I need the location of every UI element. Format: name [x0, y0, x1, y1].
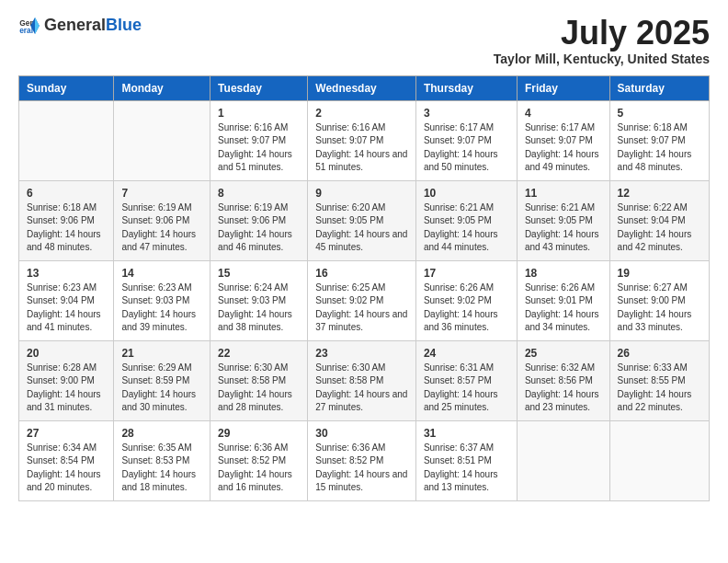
day-number: 3: [424, 107, 509, 120]
day-number: 22: [218, 347, 300, 360]
calendar-cell: 13Sunrise: 6:23 AM Sunset: 9:04 PM Dayli…: [19, 260, 114, 340]
day-number: 5: [618, 107, 701, 120]
calendar-cell: 15Sunrise: 6:24 AM Sunset: 9:03 PM Dayli…: [210, 260, 308, 340]
day-info: Sunrise: 6:28 AM Sunset: 9:00 PM Dayligh…: [27, 362, 106, 415]
day-info: Sunrise: 6:23 AM Sunset: 9:03 PM Dayligh…: [121, 282, 202, 335]
calendar-cell: 5Sunrise: 6:18 AM Sunset: 9:07 PM Daylig…: [609, 100, 709, 180]
calendar-day-header: Monday: [114, 75, 210, 100]
day-number: 11: [525, 187, 602, 200]
day-info: Sunrise: 6:17 AM Sunset: 9:07 PM Dayligh…: [424, 121, 509, 175]
day-info: Sunrise: 6:35 AM Sunset: 8:53 PM Dayligh…: [121, 442, 202, 495]
calendar-cell: 19Sunrise: 6:27 AM Sunset: 9:00 PM Dayli…: [609, 260, 709, 340]
day-info: Sunrise: 6:29 AM Sunset: 8:59 PM Dayligh…: [121, 362, 202, 415]
logo-icon: Gen eral: [18, 15, 40, 37]
day-info: Sunrise: 6:16 AM Sunset: 9:07 PM Dayligh…: [218, 121, 300, 175]
day-number: 31: [424, 427, 509, 440]
day-info: Sunrise: 6:20 AM Sunset: 9:05 PM Dayligh…: [315, 201, 408, 255]
day-info: Sunrise: 6:25 AM Sunset: 9:02 PM Dayligh…: [315, 282, 408, 335]
calendar-cell: 31Sunrise: 6:37 AM Sunset: 8:51 PM Dayli…: [415, 420, 517, 500]
day-info: Sunrise: 6:30 AM Sunset: 8:58 PM Dayligh…: [315, 362, 408, 415]
day-number: 13: [27, 267, 106, 280]
day-number: 1: [218, 107, 300, 120]
calendar-cell: 28Sunrise: 6:35 AM Sunset: 8:53 PM Dayli…: [114, 420, 210, 500]
day-info: Sunrise: 6:32 AM Sunset: 8:56 PM Dayligh…: [525, 362, 602, 415]
day-number: 15: [218, 267, 300, 280]
calendar-day-header: Wednesday: [308, 75, 416, 100]
day-number: 2: [315, 107, 408, 120]
calendar-cell: 1Sunrise: 6:16 AM Sunset: 9:07 PM Daylig…: [210, 100, 308, 180]
calendar-cell: 25Sunrise: 6:32 AM Sunset: 8:56 PM Dayli…: [517, 340, 609, 420]
calendar-week-row: 13Sunrise: 6:23 AM Sunset: 9:04 PM Dayli…: [19, 260, 710, 340]
day-info: Sunrise: 6:26 AM Sunset: 9:01 PM Dayligh…: [525, 282, 602, 335]
day-number: 12: [618, 187, 701, 200]
calendar-cell: 14Sunrise: 6:23 AM Sunset: 9:03 PM Dayli…: [114, 260, 210, 340]
day-number: 25: [525, 347, 602, 360]
day-info: Sunrise: 6:37 AM Sunset: 8:51 PM Dayligh…: [424, 442, 509, 495]
calendar-cell: 9Sunrise: 6:20 AM Sunset: 9:05 PM Daylig…: [308, 180, 416, 260]
svg-text:eral: eral: [19, 26, 33, 35]
day-number: 8: [218, 187, 300, 200]
calendar-header-row: SundayMondayTuesdayWednesdayThursdayFrid…: [19, 75, 710, 100]
calendar-cell: 20Sunrise: 6:28 AM Sunset: 9:00 PM Dayli…: [19, 340, 114, 420]
day-info: Sunrise: 6:19 AM Sunset: 9:06 PM Dayligh…: [121, 201, 202, 255]
calendar-cell: 30Sunrise: 6:36 AM Sunset: 8:52 PM Dayli…: [308, 420, 416, 500]
calendar-cell: 26Sunrise: 6:33 AM Sunset: 8:55 PM Dayli…: [609, 340, 709, 420]
day-info: Sunrise: 6:17 AM Sunset: 9:07 PM Dayligh…: [525, 121, 602, 175]
calendar-cell: 10Sunrise: 6:21 AM Sunset: 9:05 PM Dayli…: [415, 180, 517, 260]
day-number: 19: [618, 267, 701, 280]
day-info: Sunrise: 6:21 AM Sunset: 9:05 PM Dayligh…: [424, 201, 509, 255]
day-number: 4: [525, 107, 602, 120]
calendar-cell: [517, 420, 609, 500]
day-number: 17: [424, 267, 509, 280]
calendar-cell: 24Sunrise: 6:31 AM Sunset: 8:57 PM Dayli…: [415, 340, 517, 420]
day-info: Sunrise: 6:23 AM Sunset: 9:04 PM Dayligh…: [27, 282, 106, 335]
day-number: 28: [121, 427, 202, 440]
day-info: Sunrise: 6:27 AM Sunset: 9:00 PM Dayligh…: [618, 282, 701, 335]
calendar-day-header: Saturday: [609, 75, 709, 100]
calendar-cell: 4Sunrise: 6:17 AM Sunset: 9:07 PM Daylig…: [517, 100, 609, 180]
svg-marker-3: [35, 17, 40, 34]
day-info: Sunrise: 6:22 AM Sunset: 9:04 PM Dayligh…: [618, 201, 701, 255]
day-number: 24: [424, 347, 509, 360]
calendar-cell: 22Sunrise: 6:30 AM Sunset: 8:58 PM Dayli…: [210, 340, 308, 420]
calendar-cell: 7Sunrise: 6:19 AM Sunset: 9:06 PM Daylig…: [114, 180, 210, 260]
calendar-cell: 27Sunrise: 6:34 AM Sunset: 8:54 PM Dayli…: [19, 420, 114, 500]
main-title: July 2025: [494, 15, 710, 52]
day-number: 27: [27, 427, 106, 440]
logo: Gen eral GeneralBlue: [18, 15, 142, 37]
calendar-body: 1Sunrise: 6:16 AM Sunset: 9:07 PM Daylig…: [19, 100, 710, 500]
calendar-cell: 11Sunrise: 6:21 AM Sunset: 9:05 PM Dayli…: [517, 180, 609, 260]
calendar-week-row: 6Sunrise: 6:18 AM Sunset: 9:06 PM Daylig…: [19, 180, 710, 260]
logo-text: GeneralBlue: [44, 17, 142, 35]
calendar-cell: 23Sunrise: 6:30 AM Sunset: 8:58 PM Dayli…: [308, 340, 416, 420]
day-number: 9: [315, 187, 408, 200]
day-info: Sunrise: 6:26 AM Sunset: 9:02 PM Dayligh…: [424, 282, 509, 335]
day-number: 18: [525, 267, 602, 280]
day-info: Sunrise: 6:34 AM Sunset: 8:54 PM Dayligh…: [27, 442, 106, 495]
day-info: Sunrise: 6:31 AM Sunset: 8:57 PM Dayligh…: [424, 362, 509, 415]
calendar-cell: 29Sunrise: 6:36 AM Sunset: 8:52 PM Dayli…: [210, 420, 308, 500]
day-number: 26: [618, 347, 701, 360]
day-number: 30: [315, 427, 408, 440]
calendar-day-header: Sunday: [19, 75, 114, 100]
calendar-cell: [114, 100, 210, 180]
calendar-cell: 3Sunrise: 6:17 AM Sunset: 9:07 PM Daylig…: [415, 100, 517, 180]
calendar-cell: 18Sunrise: 6:26 AM Sunset: 9:01 PM Dayli…: [517, 260, 609, 340]
day-info: Sunrise: 6:18 AM Sunset: 9:07 PM Dayligh…: [618, 121, 701, 175]
calendar-week-row: 27Sunrise: 6:34 AM Sunset: 8:54 PM Dayli…: [19, 420, 710, 500]
calendar-cell: 17Sunrise: 6:26 AM Sunset: 9:02 PM Dayli…: [415, 260, 517, 340]
day-info: Sunrise: 6:16 AM Sunset: 9:07 PM Dayligh…: [315, 121, 408, 175]
day-info: Sunrise: 6:21 AM Sunset: 9:05 PM Dayligh…: [525, 201, 602, 255]
day-info: Sunrise: 6:18 AM Sunset: 9:06 PM Dayligh…: [27, 201, 106, 255]
calendar-week-row: 1Sunrise: 6:16 AM Sunset: 9:07 PM Daylig…: [19, 100, 710, 180]
day-number: 23: [315, 347, 408, 360]
day-number: 16: [315, 267, 408, 280]
day-number: 29: [218, 427, 300, 440]
calendar-table: SundayMondayTuesdayWednesdayThursdayFrid…: [18, 75, 710, 501]
title-block: July 2025 Taylor Mill, Kentucky, United …: [494, 15, 710, 66]
calendar-cell: [19, 100, 114, 180]
calendar-day-header: Thursday: [415, 75, 517, 100]
page-header: Gen eral GeneralBlue July 2025 Taylor Mi…: [18, 15, 710, 66]
day-number: 20: [27, 347, 106, 360]
day-info: Sunrise: 6:19 AM Sunset: 9:06 PM Dayligh…: [218, 201, 300, 255]
